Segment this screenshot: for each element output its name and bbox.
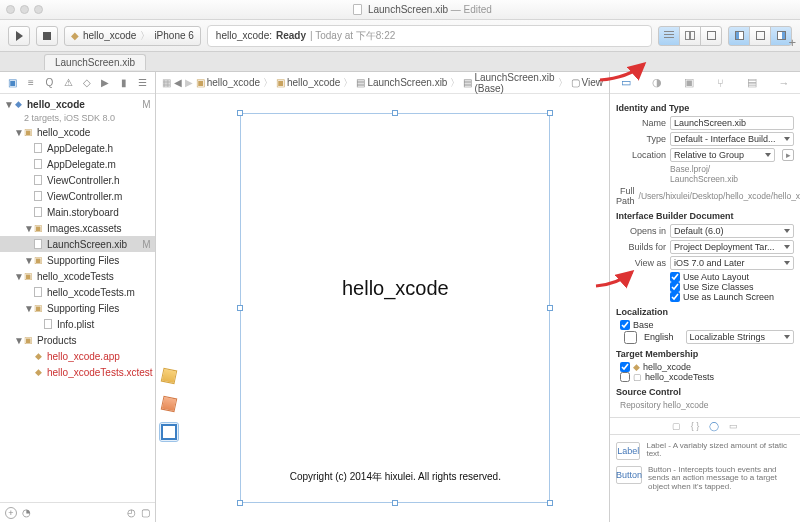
auto-layout-checkbox[interactable]: Use Auto Layout [670, 272, 794, 282]
add-tab-button[interactable]: + [788, 35, 796, 50]
library-tabs: ▢ { } ◯ ▭ [610, 417, 800, 435]
toggle-debug-button[interactable] [749, 26, 771, 46]
tree-item[interactable]: ▼▣hello_xcode [0, 124, 155, 140]
loc-strings-select[interactable]: Localizable Strings [686, 330, 794, 344]
recent-filter-icon[interactable]: ◴ [127, 507, 136, 518]
minimize-icon[interactable] [20, 5, 29, 14]
attributes-inspector-icon[interactable]: ⑂ [714, 76, 728, 90]
loc-base-checkbox[interactable]: Base [620, 320, 794, 330]
stop-icon [43, 32, 51, 40]
project-root[interactable]: ▼◆ hello_xcode M [0, 96, 155, 112]
assistant-editor-button[interactable] [679, 26, 701, 46]
opens-select[interactable]: Default (6.0) [670, 224, 794, 238]
tab-launchscreen[interactable]: LaunchScreen.xib [44, 54, 146, 70]
target2-checkbox[interactable]: ▢hello_xcodeTests [620, 372, 794, 382]
crumb-0[interactable]: hello_xcode [207, 77, 260, 88]
project-name: hello_xcode [27, 99, 85, 110]
media-library-icon[interactable]: ▭ [729, 421, 738, 431]
type-select[interactable]: Default - Interface Build... [670, 132, 794, 146]
tree-item[interactable]: Main.storyboard [0, 204, 155, 220]
viewas-select[interactable]: iOS 7.0 and Later [670, 256, 794, 270]
scheme-selector[interactable]: ◆ hello_xcode 〉 iPhone 6 [64, 26, 201, 46]
tree-item[interactable]: ◆hello_xcode.app [0, 348, 155, 364]
traffic-lights [6, 5, 43, 14]
play-icon [16, 31, 23, 41]
version-editor-button[interactable] [700, 26, 722, 46]
test-navigator-icon[interactable]: ◇ [80, 76, 93, 89]
tree-item[interactable]: ▼▣hello_xcodeTests [0, 268, 155, 284]
tree-item[interactable]: ViewController.h [0, 172, 155, 188]
back-button[interactable]: ◀ [174, 77, 182, 88]
panel-toggle-group [728, 26, 792, 46]
jump-bar[interactable]: ▦ ◀ ▶ ▣hello_xcode〉 ▣hello_xcode〉 ▤Launc… [156, 72, 609, 94]
loc-english-checkbox[interactable] [624, 331, 637, 344]
toggle-navigator-button[interactable] [728, 26, 750, 46]
find-navigator-icon[interactable]: Q [43, 76, 56, 89]
document-icon [353, 4, 362, 15]
tree-item[interactable]: ▼▣Supporting Files [0, 300, 155, 316]
standard-editor-button[interactable] [658, 26, 680, 46]
file-owner-icon[interactable] [159, 366, 179, 386]
title-label[interactable]: hello_xcode [241, 277, 549, 300]
fullpath-value: /Users/hixulei/Desktop/hello_xcode/hello… [639, 191, 800, 201]
file-template-library-icon[interactable]: ▢ [672, 421, 681, 431]
crumb-1[interactable]: hello_xcode [287, 77, 340, 88]
stop-button[interactable] [36, 26, 58, 46]
identity-inspector-icon[interactable]: ▣ [682, 76, 696, 90]
run-button[interactable] [8, 26, 30, 46]
activity-status: Ready [276, 30, 306, 41]
button-desc: Button - Intercepts touch events and sen… [648, 466, 794, 492]
view-object[interactable]: hello_xcode Copyright (c) 2014年 hixulei.… [240, 113, 550, 503]
connections-inspector-icon[interactable]: → [777, 76, 791, 90]
tree-item[interactable]: AppDelegate.m [0, 156, 155, 172]
tree-item[interactable]: hello_xcodeTests.m [0, 284, 155, 300]
inspector-selector: ▭ ◑ ▣ ⑂ ▤ → [610, 72, 800, 94]
related-items-icon[interactable]: ▦ [162, 77, 171, 88]
ib-canvas[interactable]: hello_xcode Copyright (c) 2014年 hixulei.… [182, 94, 609, 522]
close-icon[interactable] [6, 5, 15, 14]
tree-item[interactable]: ▼▣Supporting Files [0, 252, 155, 268]
symbol-navigator-icon[interactable]: ≡ [24, 76, 37, 89]
size-classes-checkbox[interactable]: Use Size Classes [670, 282, 794, 292]
library-label-item[interactable]: Label Label - A variably sized amount of… [616, 439, 794, 463]
tree-item[interactable]: LaunchScreen.xibM [0, 236, 155, 252]
builds-label: Builds for [616, 242, 666, 252]
launch-screen-checkbox[interactable]: Use as Launch Screen [670, 292, 794, 302]
tree-item[interactable]: AppDelegate.h [0, 140, 155, 156]
view-icon[interactable] [159, 422, 179, 442]
size-inspector-icon[interactable]: ▤ [745, 76, 759, 90]
zoom-icon[interactable] [34, 5, 43, 14]
choose-path-button[interactable]: ▸ [782, 149, 794, 161]
file-inspector-icon[interactable]: ▭ [619, 76, 633, 90]
code-snippet-library-icon[interactable]: { } [691, 421, 700, 431]
tree-item[interactable]: Info.plist [0, 316, 155, 332]
filter-icon[interactable]: ◔ [22, 507, 31, 518]
target1-checkbox[interactable]: ◆hello_xcode [620, 362, 794, 372]
debug-navigator-icon[interactable]: ▶ [99, 76, 112, 89]
breakpoint-navigator-icon[interactable]: ▮ [117, 76, 130, 89]
location-label: Location [616, 150, 666, 160]
scm-filter-icon[interactable]: ▢ [141, 507, 150, 518]
copyright-label[interactable]: Copyright (c) 2014年 hixulei. All rights … [241, 470, 549, 484]
tree-item[interactable]: ViewController.m [0, 188, 155, 204]
report-navigator-icon[interactable]: ☰ [136, 76, 149, 89]
tree-item[interactable]: ▼▣Images.xcassets [0, 220, 155, 236]
location-select[interactable]: Relative to Group [670, 148, 775, 162]
tree-item[interactable]: ▼▣Products [0, 332, 155, 348]
first-responder-icon[interactable] [159, 394, 179, 414]
issue-navigator-icon[interactable]: ⚠ [62, 76, 75, 89]
standard-editor-icon [664, 31, 674, 40]
object-library-icon[interactable]: ◯ [709, 421, 719, 431]
name-field[interactable]: LaunchScreen.xib [670, 116, 794, 130]
crumb-2[interactable]: LaunchScreen.xib [367, 77, 447, 88]
tree-item[interactable]: ◆hello_xcodeTests.xctest [0, 364, 155, 380]
crumb-4[interactable]: View [582, 77, 604, 88]
scm-badge: M [142, 99, 154, 110]
quick-help-icon[interactable]: ◑ [650, 76, 664, 90]
builds-select[interactable]: Project Deployment Tar... [670, 240, 794, 254]
forward-button[interactable]: ▶ [185, 77, 193, 88]
crumb-3[interactable]: LaunchScreen.xib (Base) [474, 72, 554, 94]
library-button-item[interactable]: Button Button - Intercepts touch events … [616, 463, 794, 495]
project-navigator-icon[interactable]: ▣ [6, 76, 19, 89]
add-button[interactable]: + [5, 507, 17, 519]
